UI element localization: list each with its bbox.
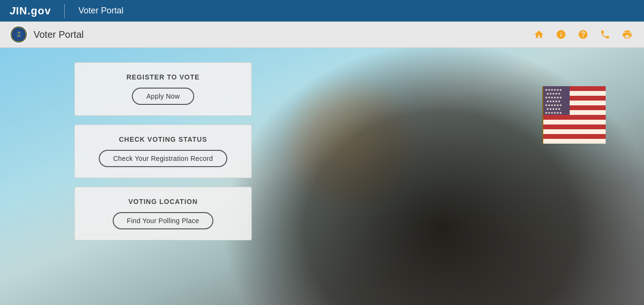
main-content: ★★★★★★ ★★★★★ ★★★★★★ ★★★★★ ★★★★★★ ★★★★★ ★…	[0, 48, 644, 305]
phone-icon[interactable]	[598, 27, 612, 42]
help-icon[interactable]	[576, 27, 590, 42]
logo-area: JIN.gov Voter Portal	[10, 4, 124, 18]
seal-text: ★IN	[17, 31, 20, 37]
top-navigation: JIN.gov Voter Portal	[0, 0, 644, 22]
print-icon[interactable]	[620, 27, 634, 42]
register-card-title: REGISTER TO VOTE	[127, 73, 200, 81]
info-icon[interactable]	[554, 27, 568, 42]
svg-rect-21	[543, 86, 606, 144]
cards-container: REGISTER TO VOTE Apply Now CHECK VOTING …	[74, 62, 252, 291]
home-icon[interactable]	[532, 27, 546, 42]
sub-header: ★IN Voter Portal	[0, 22, 644, 48]
voting-location-card-title: VOTING LOCATION	[129, 198, 198, 205]
voting-location-card: VOTING LOCATION Find Your Polling Place	[74, 187, 252, 240]
sub-header-left: ★IN Voter Portal	[10, 25, 84, 44]
logo-j: J	[10, 5, 16, 17]
seal-inner: ★IN	[11, 27, 26, 42]
state-seal: ★IN	[10, 25, 28, 44]
logo-separator	[64, 4, 65, 18]
logo-rest: IN.gov	[16, 5, 51, 17]
nav-title: Voter Portal	[78, 6, 123, 16]
check-registration-button[interactable]: Check Your Registration Record	[99, 150, 227, 167]
register-to-vote-card: REGISTER TO VOTE Apply Now	[74, 62, 252, 116]
sub-header-icons	[532, 27, 634, 42]
voting-status-card-title: CHECK VOTING STATUS	[119, 136, 207, 143]
apply-now-button[interactable]: Apply Now	[132, 88, 194, 105]
sub-header-title: Voter Portal	[34, 29, 84, 40]
american-flag: ★★★★★★ ★★★★★ ★★★★★★ ★★★★★ ★★★★★★ ★★★★★ ★…	[529, 81, 610, 144]
check-voting-status-card: CHECK VOTING STATUS Check Your Registrat…	[74, 124, 252, 178]
logo: JIN.gov	[10, 5, 51, 17]
find-polling-place-button[interactable]: Find Your Polling Place	[113, 212, 214, 229]
